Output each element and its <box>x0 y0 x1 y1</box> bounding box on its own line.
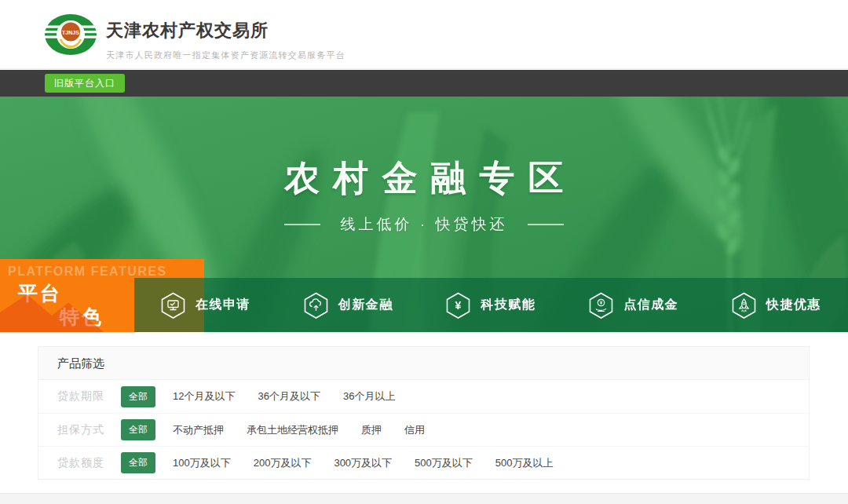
filter-option[interactable]: 300万及以下 <box>334 456 392 470</box>
filter-options: 不动产抵押承包土地经营权抵押质押信用 <box>173 423 425 437</box>
filter-option[interactable]: 不动产抵押 <box>173 423 224 437</box>
filter-all-button[interactable]: 全部 <box>121 386 155 407</box>
filter-row-label: 贷款期限 <box>57 389 104 404</box>
hero-banner: 农村金融专区 线上低价 · 快贷快还 PLATFORM FEATURES 平台 … <box>0 97 848 332</box>
feature-menu-label: 创新金融 <box>338 297 393 313</box>
old-platform-button[interactable]: 旧版平台入口 <box>45 74 125 93</box>
feature-menu-item[interactable]: ¥ 科技赋能 <box>420 278 563 332</box>
filter-rows: 贷款期限 全部 12个月及以下36个月及以下36个月以上 担保方式 全部 不动产… <box>38 380 809 479</box>
subtitle-left-line <box>284 224 320 225</box>
filter-option[interactable]: 质押 <box>361 423 382 437</box>
page: TJNJS 天津农村产权交易所 天津市人民政府唯一指定集体资产资源流转交易服务平… <box>0 0 848 504</box>
filter-row: 贷款期限 全部 12个月及以下36个月及以下36个月以上 <box>38 380 809 413</box>
site-header: TJNJS 天津农村产权交易所 天津市人民政府唯一指定集体资产资源流转交易服务平… <box>0 0 848 69</box>
feature-menu-item[interactable]: ¥ 点信成金 <box>562 278 705 332</box>
filter-all-button[interactable]: 全部 <box>121 452 155 473</box>
platform-features-eyebrow: PLATFORM FEATURES <box>8 265 167 279</box>
site-logo-icon[interactable]: TJNJS <box>44 10 97 59</box>
yuan-tech-icon: ¥ <box>446 292 470 319</box>
filter-options: 12个月及以下36个月及以下36个月以上 <box>173 389 395 404</box>
filter-option[interactable]: 信用 <box>404 423 425 437</box>
filter-title: 产品筛选 <box>38 347 809 380</box>
filter-option[interactable]: 36个月及以下 <box>258 389 320 404</box>
filter-option[interactable]: 12个月及以下 <box>173 389 235 404</box>
rocket-icon <box>732 292 756 319</box>
filter-row-label: 贷款额度 <box>57 456 104 470</box>
feature-menu-label: 快捷优惠 <box>766 297 821 313</box>
site-subtitle: 天津市人民政府唯一指定集体资产资源流转交易服务平台 <box>106 49 345 61</box>
filter-option[interactable]: 500万及以下 <box>415 456 473 470</box>
cloud-upload-icon <box>304 292 328 319</box>
brand-block: 天津农村产权交易所 天津市人民政府唯一指定集体资产资源流转交易服务平台 <box>106 19 345 61</box>
hero-subtitle-row: 线上低价 · 快贷快还 <box>0 214 848 235</box>
hero-subtitle: 线上低价 · 快贷快还 <box>341 214 508 235</box>
hero-title: 农村金融专区 <box>0 155 848 202</box>
feature-menu: 在线申请 创新金融 ¥ 科技赋能 ¥ 点信成金 快捷优惠 <box>134 278 848 332</box>
feature-menu-item[interactable]: 快捷优惠 <box>705 278 848 332</box>
feature-menu-item[interactable]: 在线申请 <box>134 278 277 332</box>
filter-option[interactable]: 承包土地经营权抵押 <box>247 423 338 437</box>
filter-option[interactable]: 500万及以上 <box>495 456 554 470</box>
feature-menu-label: 科技赋能 <box>481 297 535 313</box>
svg-text:¥: ¥ <box>600 300 603 305</box>
feature-menu-item[interactable]: 创新金融 <box>277 278 420 332</box>
feature-menu-label: 在线申请 <box>196 297 250 313</box>
svg-text:¥: ¥ <box>455 299 462 312</box>
filter-option[interactable]: 36个月以上 <box>343 389 395 404</box>
filter-all-button[interactable]: 全部 <box>121 419 155 440</box>
hand-coin-icon: ¥ <box>589 292 613 319</box>
filter-options: 100万及以下200万及以下300万及以下500万及以下500万及以上 <box>173 456 554 470</box>
filter-row: 担保方式 全部 不动产抵押承包土地经营权抵押质押信用 <box>38 413 809 446</box>
site-title: 天津农村产权交易所 <box>106 19 345 42</box>
online-apply-icon <box>161 292 185 319</box>
logo-text: TJNJS <box>62 30 79 35</box>
product-filter-card: 产品筛选 贷款期限 全部 12个月及以下36个月及以下36个月以上 担保方式 全… <box>38 346 810 480</box>
feature-menu-label: 点信成金 <box>623 297 678 313</box>
filter-option[interactable]: 200万及以下 <box>254 456 312 470</box>
utility-bar: 旧版平台入口 <box>0 70 848 97</box>
filter-row-label: 担保方式 <box>57 423 104 437</box>
footer-strip <box>0 493 848 504</box>
filter-option[interactable]: 100万及以下 <box>173 456 231 470</box>
filter-row: 贷款额度 全部 100万及以下200万及以下300万及以下500万及以下500万… <box>38 446 809 479</box>
subtitle-right-line <box>528 224 564 225</box>
